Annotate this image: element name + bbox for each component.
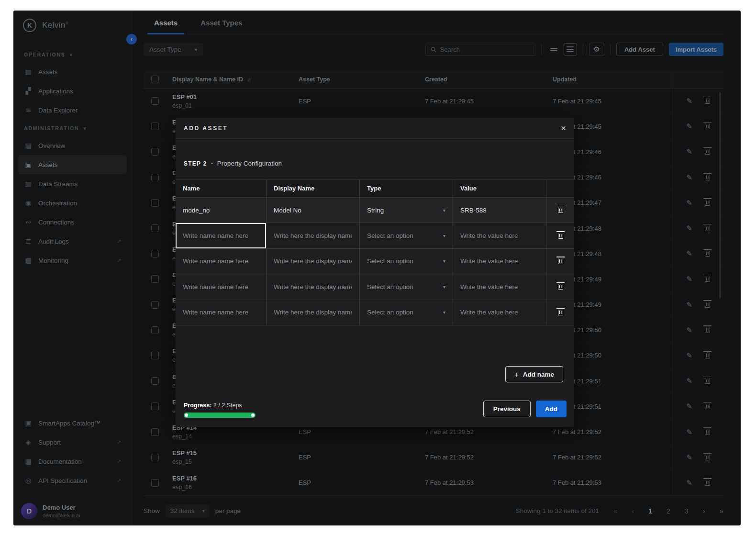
property-type-value: Select an option (367, 232, 413, 239)
property-value-cell[interactable] (453, 223, 546, 248)
add-button[interactable]: Add (536, 401, 567, 417)
property-name-input[interactable] (183, 232, 259, 239)
property-value-cell[interactable] (453, 274, 546, 300)
chevron-down-icon: ▾ (443, 310, 445, 315)
property-display-name-cell[interactable] (267, 300, 360, 325)
property-type-value: Select an option (367, 309, 413, 316)
property-value-input[interactable] (460, 232, 539, 239)
property-display-name-cell[interactable] (267, 198, 360, 223)
page: K Kelvin® OPERATIONS∨▦Assets▞Application… (0, 0, 756, 536)
property-value-input[interactable] (460, 283, 539, 290)
previous-button[interactable]: Previous (483, 401, 531, 417)
chevron-down-icon: ▾ (443, 233, 445, 238)
progress-text: Progress: 2 / 2 Steps (184, 402, 256, 409)
modal-actions: Previous Add (483, 401, 567, 417)
property-name-input[interactable] (183, 257, 259, 265)
add-asset-modal: ADD ASSET × STEP 2 • Property Configurat… (176, 118, 574, 427)
property-name-cell[interactable] (176, 249, 267, 274)
property-table-header: Name Display Name Type Value (176, 179, 574, 198)
delete-icon[interactable] (558, 233, 563, 239)
modal-title: ADD ASSET (184, 125, 228, 132)
property-value-input[interactable] (460, 309, 539, 316)
property-row: Select an option▾ (176, 223, 574, 248)
step-name: Property Configuration (217, 160, 282, 167)
property-name-input[interactable] (183, 207, 259, 214)
property-type-select[interactable]: String▾ (360, 198, 453, 223)
delete-icon[interactable] (558, 284, 563, 290)
property-type-select[interactable]: Select an option▾ (360, 223, 453, 248)
property-row: Select an option▾ (176, 274, 574, 300)
chevron-down-icon: ▾ (443, 284, 445, 290)
property-row: String▾ (176, 198, 574, 223)
prop-column-type: Type (360, 179, 453, 198)
property-name-input[interactable] (183, 309, 259, 316)
chevron-down-icon: ▾ (443, 208, 445, 213)
delete-icon[interactable] (558, 310, 563, 315)
property-display-name-cell[interactable] (267, 223, 360, 248)
property-type-select[interactable]: Select an option▾ (360, 274, 453, 300)
delete-icon[interactable] (558, 207, 563, 213)
property-table-body: String▾Select an option▾Select an option… (176, 198, 574, 325)
chevron-down-icon: ▾ (443, 258, 445, 264)
property-display-name-cell[interactable] (267, 274, 360, 300)
close-icon[interactable]: × (561, 123, 566, 133)
progress-bar (184, 413, 256, 418)
property-display-name-input[interactable] (274, 257, 352, 265)
property-row: Select an option▾ (176, 300, 574, 325)
property-value-cell[interactable] (453, 300, 546, 325)
modal-header: ADD ASSET × (176, 118, 574, 139)
property-delete-cell (546, 223, 574, 248)
property-type-value: Select an option (367, 283, 413, 290)
progress: Progress: 2 / 2 Steps (184, 402, 256, 418)
property-type-value: Select an option (367, 257, 413, 265)
property-row: Select an option▾ (176, 249, 574, 274)
prop-column-display-name: Display Name (267, 179, 360, 198)
property-display-name-input[interactable] (274, 232, 352, 239)
property-display-name-input[interactable] (274, 207, 352, 214)
app-window: K Kelvin® OPERATIONS∨▦Assets▞Application… (13, 11, 741, 525)
property-type-select[interactable]: Select an option▾ (360, 249, 453, 274)
plus-icon: + (514, 370, 519, 379)
property-delete-cell (546, 249, 574, 274)
property-type-select[interactable]: Select an option▾ (360, 300, 453, 325)
prop-column-actions (546, 179, 574, 198)
property-value-input[interactable] (460, 257, 539, 265)
progress-knob-start (185, 413, 188, 417)
property-name-cell[interactable] (176, 274, 267, 300)
property-value-cell[interactable] (453, 198, 546, 223)
property-name-input[interactable] (183, 283, 259, 290)
property-delete-cell (546, 274, 574, 300)
property-name-cell[interactable] (176, 198, 267, 223)
property-name-cell[interactable] (176, 223, 267, 248)
property-table: Name Display Name Type Value String▾Sele… (176, 179, 574, 325)
step-indicator: STEP 2 • Property Configuration (184, 160, 566, 167)
add-name-button[interactable]: + Add name (505, 366, 563, 382)
property-type-value: String (367, 207, 384, 214)
delete-icon[interactable] (558, 258, 563, 264)
property-value-cell[interactable] (453, 249, 546, 274)
step-separator: • (211, 161, 213, 166)
property-display-name-input[interactable] (274, 309, 352, 316)
property-delete-cell (546, 300, 574, 325)
property-display-name-cell[interactable] (267, 249, 360, 274)
prop-column-name: Name (176, 179, 267, 198)
step-label: STEP 2 (184, 160, 207, 167)
progress-knob-end (251, 413, 255, 417)
prop-column-value: Value (453, 179, 546, 198)
property-delete-cell (546, 198, 574, 223)
property-value-input[interactable] (460, 207, 539, 214)
property-name-cell[interactable] (176, 300, 267, 325)
property-display-name-input[interactable] (274, 283, 352, 290)
